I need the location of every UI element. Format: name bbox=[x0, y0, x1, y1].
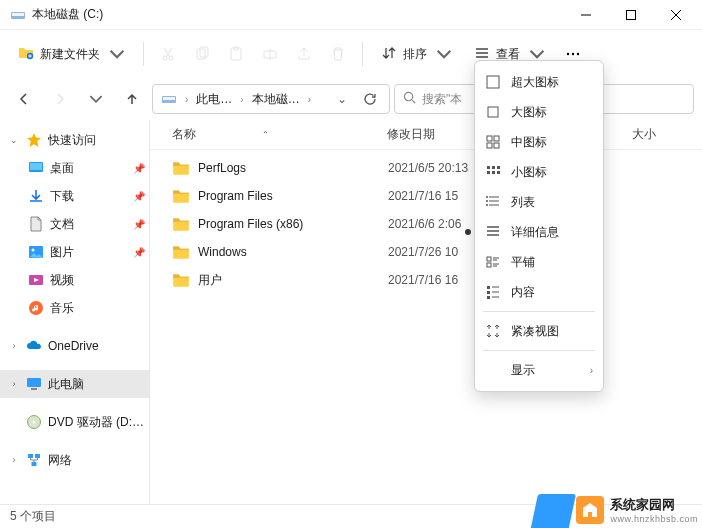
svg-point-23 bbox=[404, 92, 412, 100]
view-option-details[interactable]: 详细信息 bbox=[475, 217, 603, 247]
svg-rect-3 bbox=[626, 10, 635, 19]
pictures-icon bbox=[28, 244, 44, 260]
file-name: Program Files bbox=[198, 189, 388, 203]
maximize-button[interactable] bbox=[608, 0, 653, 30]
view-option-content[interactable]: 内容 bbox=[475, 277, 603, 307]
column-size[interactable]: 大小 bbox=[632, 126, 692, 143]
sidebar-item-documents[interactable]: 文档 📌 bbox=[0, 210, 149, 238]
svg-rect-44 bbox=[487, 166, 490, 169]
view-option-sm-icons[interactable]: 小图标 bbox=[475, 157, 603, 187]
folder-icon bbox=[172, 271, 190, 289]
svg-line-24 bbox=[412, 100, 415, 103]
pc-icon bbox=[26, 376, 42, 392]
new-folder-button[interactable]: 新建文件夹 bbox=[8, 37, 135, 71]
svg-rect-69 bbox=[487, 296, 490, 299]
network-icon bbox=[26, 452, 42, 468]
pin-icon: 📌 bbox=[133, 247, 145, 258]
sidebar-item-pictures[interactable]: 图片 📌 bbox=[0, 238, 149, 266]
breadcrumb-item[interactable]: 此电… bbox=[192, 86, 236, 112]
sidebar-item-onedrive[interactable]: › OneDrive bbox=[0, 332, 149, 360]
sidebar-item-downloads[interactable]: 下载 📌 bbox=[0, 182, 149, 210]
new-folder-label: 新建文件夹 bbox=[40, 46, 100, 63]
svg-rect-67 bbox=[487, 291, 490, 294]
cloud-icon bbox=[26, 338, 42, 354]
delete-button[interactable] bbox=[322, 37, 354, 71]
sidebar-item-music[interactable]: 音乐 bbox=[0, 294, 149, 322]
menu-separator bbox=[483, 350, 595, 351]
chevron-right-icon: › bbox=[590, 365, 593, 376]
svg-rect-47 bbox=[487, 171, 490, 174]
tiles-icon bbox=[485, 254, 501, 270]
view-option-list[interactable]: 列表 bbox=[475, 187, 603, 217]
view-option-tiles[interactable]: 平铺 bbox=[475, 247, 603, 277]
search-placeholder: 搜索"本 bbox=[422, 91, 462, 108]
address-chevron-icon[interactable]: ⌄ bbox=[331, 92, 353, 106]
pin-icon: 📌 bbox=[133, 163, 145, 174]
svg-point-18 bbox=[567, 53, 569, 55]
column-name[interactable]: 名称⌃ bbox=[172, 126, 387, 143]
view-option-xl-icons[interactable]: 超大图标 bbox=[475, 67, 603, 97]
sidebar-item-network[interactable]: › 网络 bbox=[0, 446, 149, 474]
paste-button[interactable] bbox=[220, 37, 252, 71]
search-icon bbox=[403, 91, 416, 107]
sidebar-item-quick-access[interactable]: ⌄ 快速访问 bbox=[0, 126, 149, 154]
expand-icon[interactable]: › bbox=[8, 341, 20, 351]
svg-rect-22 bbox=[163, 97, 175, 100]
close-button[interactable] bbox=[653, 0, 698, 30]
folder-icon bbox=[172, 187, 190, 205]
copy-button[interactable] bbox=[186, 37, 218, 71]
pin-icon: 📌 bbox=[133, 219, 145, 230]
refresh-button[interactable] bbox=[355, 92, 385, 106]
chevron-right-icon: › bbox=[238, 94, 245, 105]
file-row[interactable]: Program Files (x86)2021/6/6 2:06 bbox=[150, 210, 702, 238]
sort-icon bbox=[381, 45, 397, 64]
svg-rect-35 bbox=[28, 454, 33, 458]
svg-point-54 bbox=[486, 200, 488, 202]
expand-icon[interactable]: ⌄ bbox=[8, 135, 20, 145]
file-row[interactable]: PerfLogs2021/6/5 20:13 bbox=[150, 154, 702, 182]
expand-icon[interactable]: › bbox=[8, 379, 20, 389]
file-name: Windows bbox=[198, 245, 388, 259]
cut-button[interactable] bbox=[152, 37, 184, 71]
svg-point-55 bbox=[486, 204, 488, 206]
forward-button[interactable] bbox=[44, 83, 76, 115]
svg-rect-62 bbox=[487, 263, 491, 267]
file-row[interactable]: Windows2021/7/26 10 bbox=[150, 238, 702, 266]
view-option-lg-icons[interactable]: 大图标 bbox=[475, 97, 603, 127]
sidebar-item-this-pc[interactable]: › 此电脑 bbox=[0, 370, 149, 398]
up-button[interactable] bbox=[116, 83, 148, 115]
svg-point-28 bbox=[32, 249, 35, 252]
file-name: 用户 bbox=[198, 272, 388, 289]
document-icon bbox=[28, 216, 44, 232]
minimize-button[interactable] bbox=[563, 0, 608, 30]
sidebar-item-videos[interactable]: 视频 bbox=[0, 266, 149, 294]
view-option-compact[interactable]: 紧凑视图 bbox=[475, 316, 603, 346]
sidebar-item-desktop[interactable]: 桌面 📌 bbox=[0, 154, 149, 182]
desktop-icon bbox=[28, 160, 44, 176]
svg-rect-43 bbox=[494, 143, 499, 148]
sort-button[interactable]: 排序 bbox=[371, 37, 462, 71]
file-row[interactable]: 用户2021/7/16 16 bbox=[150, 266, 702, 294]
back-button[interactable] bbox=[8, 83, 40, 115]
md-icons-icon bbox=[485, 134, 501, 150]
share-button[interactable] bbox=[288, 37, 320, 71]
svg-rect-46 bbox=[497, 166, 500, 169]
address-bar[interactable]: › 此电… › 本地磁… › ⌄ bbox=[152, 84, 390, 114]
drive-icon bbox=[157, 86, 181, 112]
titlebar: 本地磁盘 (C:) bbox=[0, 0, 702, 30]
expand-icon[interactable]: › bbox=[8, 455, 20, 465]
svg-rect-41 bbox=[494, 136, 499, 141]
breadcrumb-item[interactable]: 本地磁… bbox=[248, 86, 304, 112]
music-icon bbox=[28, 300, 44, 316]
view-option-md-icons[interactable]: 中图标 bbox=[475, 127, 603, 157]
svg-rect-59 bbox=[487, 257, 491, 261]
svg-rect-39 bbox=[488, 107, 498, 117]
file-list: 名称⌃ 修改日期 类型 大小 PerfLogs2021/6/5 20:13Pro… bbox=[150, 120, 702, 504]
star-icon bbox=[26, 132, 42, 148]
recent-chevron[interactable] bbox=[80, 83, 112, 115]
sidebar-item-dvd[interactable]: DVD 驱动器 (D:) CP bbox=[0, 408, 149, 436]
view-option-show[interactable]: 显示› bbox=[475, 355, 603, 385]
rename-button[interactable] bbox=[254, 37, 286, 71]
file-row[interactable]: Program Files2021/7/16 15 bbox=[150, 182, 702, 210]
file-name: PerfLogs bbox=[198, 161, 388, 175]
